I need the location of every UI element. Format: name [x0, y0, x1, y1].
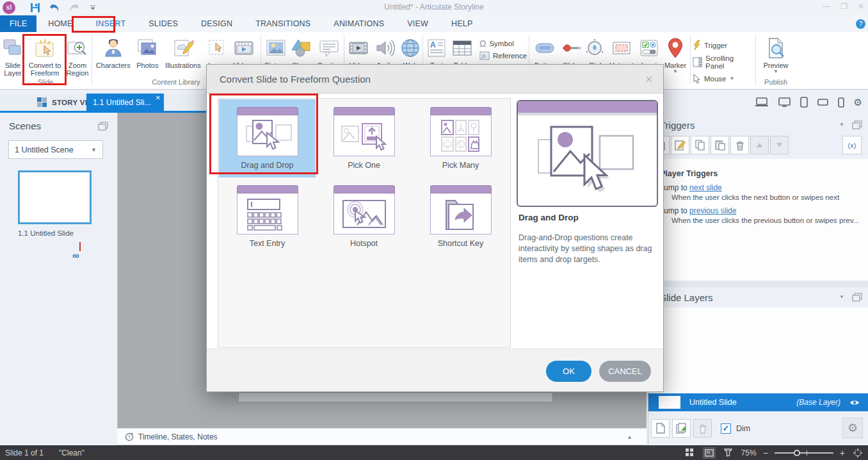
symbol-button[interactable]: Ω Symbol: [479, 38, 527, 49]
option-shortcut-key[interactable]: Shortcut Key: [412, 177, 509, 256]
zoom-in-button[interactable]: +: [840, 448, 845, 458]
tab-transitions[interactable]: TRANSITIONS: [244, 15, 322, 32]
slide-layer-button[interactable]: Slide Layer: [0, 35, 26, 77]
convert-to-freeform-button[interactable]: Convert to Freeform: [26, 35, 64, 77]
triggers-collapse-icon[interactable]: [852, 120, 862, 129]
dialog-close-icon[interactable]: ✕: [645, 74, 653, 85]
ok-button[interactable]: OK: [546, 361, 591, 382]
slide-layers-title: Slide Layers: [660, 292, 713, 303]
option-label: Text Entry: [250, 239, 285, 248]
zoom-region-icon: [65, 36, 90, 60]
illustrations-label: Illustrations: [165, 62, 201, 69]
photos-icon: [135, 36, 159, 60]
paste-trigger-button[interactable]: [711, 136, 729, 154]
preview-status-icon[interactable]: [722, 447, 735, 459]
option-hotspot[interactable]: Hotspot: [316, 177, 412, 256]
player-gear-icon[interactable]: ⚙: [854, 97, 862, 108]
edit-trigger-button[interactable]: [671, 136, 689, 154]
photos-button[interactable]: Photos: [133, 35, 163, 69]
laptop-icon[interactable]: [755, 97, 769, 107]
duplicate-layer-button[interactable]: [672, 419, 691, 438]
close-icon[interactable]: ✕: [858, 2, 864, 11]
trigger-item-next[interactable]: Jump to next slide: [660, 183, 868, 192]
web-icon: [398, 36, 422, 60]
tablet-portrait-icon[interactable]: [800, 97, 808, 108]
move-trigger-down-button[interactable]: [770, 136, 789, 154]
slide-thumbnail[interactable]: [18, 170, 92, 224]
cancel-button[interactable]: CANCEL: [599, 361, 651, 382]
base-layer-row[interactable]: Untitled Slide (Base Layer): [648, 393, 868, 411]
help-icon[interactable]: ?: [856, 19, 865, 29]
preview-button[interactable]: Preview ▼: [758, 35, 794, 74]
mouse-button[interactable]: Mouse ▼: [693, 74, 754, 84]
previous-slide-link[interactable]: previous slide: [689, 206, 736, 215]
tab-slides[interactable]: SLIDES: [137, 15, 189, 32]
option-label: Shortcut Key: [438, 239, 484, 248]
panel-divider[interactable]: [648, 281, 868, 287]
dim-checkbox[interactable]: ✓: [721, 423, 731, 434]
text-icon: A: [424, 36, 449, 60]
scrolling-panel-icon: [693, 57, 702, 67]
triggers-title: Triggers: [660, 120, 695, 131]
timeline-expand-icon[interactable]: ▲: [627, 434, 632, 440]
scenes-collapse-icon[interactable]: [98, 122, 108, 131]
manage-variables-button[interactable]: (x): [842, 136, 862, 154]
option-pick-one[interactable]: Pick One: [316, 99, 412, 177]
reference-button[interactable]: fx Reference: [479, 51, 527, 60]
shortcut-key-card-icon: [430, 185, 492, 234]
slide-layers-menu-caret-icon[interactable]: ▼: [839, 295, 844, 300]
tab-home[interactable]: HOME: [36, 15, 84, 32]
characters-label: Characters: [96, 62, 131, 69]
preview-dropdown-icon[interactable]: ▼: [773, 69, 778, 74]
layer-properties-gear-icon[interactable]: ⚙: [842, 418, 863, 438]
reference-icon: fx: [479, 51, 490, 60]
trigger-button[interactable]: Trigger: [693, 40, 754, 51]
new-layer-button[interactable]: [651, 419, 670, 438]
tablet-landscape-icon[interactable]: [817, 99, 828, 106]
monitor-icon[interactable]: [778, 97, 791, 107]
trigger-item-previous[interactable]: Jump to previous slide: [660, 206, 868, 215]
illustrations-button[interactable]: Illustrations: [162, 35, 204, 69]
option-text-entry[interactable]: Text Entry: [219, 177, 316, 256]
timeline-states-notes-bar[interactable]: Timeline, States, Notes ▲: [117, 428, 647, 445]
copy-trigger-button[interactable]: [691, 136, 709, 154]
link-chain-icon[interactable]: ∞: [72, 250, 79, 261]
scrolling-panel-button[interactable]: Scrolling Panel: [693, 54, 754, 70]
tab-animations[interactable]: ANIMATIONS: [322, 15, 396, 32]
tab-view[interactable]: VIEW: [396, 15, 440, 32]
layer-visibility-eye-icon[interactable]: [849, 399, 860, 406]
scene-selector-dropdown[interactable]: 1 Untitled Scene ▼: [8, 140, 103, 159]
slide-layers-collapse-icon[interactable]: [852, 293, 862, 302]
minimize-icon[interactable]: —: [823, 2, 830, 11]
delete-layer-button[interactable]: [693, 419, 712, 438]
delete-trigger-button[interactable]: [730, 136, 749, 154]
slide-view-switch-icon[interactable]: [703, 447, 716, 459]
preview-icon: [764, 36, 788, 60]
zoom-slider-knob[interactable]: [794, 450, 800, 456]
characters-button[interactable]: Characters: [93, 35, 133, 69]
tab-help[interactable]: HELP: [440, 15, 484, 32]
ribbon-group-slide: Slide Layer Convert to Freeform Zoom Reg…: [0, 35, 91, 87]
tab-design[interactable]: DESIGN: [189, 15, 244, 32]
phone-icon[interactable]: [838, 97, 844, 108]
tab-file[interactable]: FILE: [0, 15, 36, 32]
option-pick-many[interactable]: Pick Many: [412, 99, 509, 177]
triggers-menu-caret-icon[interactable]: ▼: [839, 122, 844, 127]
tab-slide-1-1[interactable]: 1.1 Untitled Sli... ✕: [86, 94, 164, 111]
zoom-out-button[interactable]: −: [763, 448, 768, 458]
mouse-dropdown-icon[interactable]: ▼: [730, 76, 735, 81]
move-trigger-up-button[interactable]: [750, 136, 769, 154]
marker-dropdown-icon[interactable]: ▼: [673, 69, 678, 74]
symbol-icon: Ω: [479, 38, 486, 49]
option-drag-and-drop[interactable]: Drag and Drop: [219, 99, 316, 177]
option-label: Pick One: [348, 161, 380, 170]
next-slide-link[interactable]: next slide: [689, 183, 722, 192]
tab-insert[interactable]: INSERT: [84, 15, 138, 32]
zoom-region-button[interactable]: Zoom Region: [64, 35, 91, 77]
marker-button[interactable]: Marker ▼: [661, 35, 689, 74]
fit-to-window-icon[interactable]: [851, 447, 864, 459]
restore-icon[interactable]: ❐: [840, 2, 848, 11]
zoom-slider[interactable]: [775, 452, 833, 454]
slide-tab-close-icon[interactable]: ✕: [156, 94, 161, 101]
story-view-switch-icon[interactable]: [684, 447, 696, 459]
